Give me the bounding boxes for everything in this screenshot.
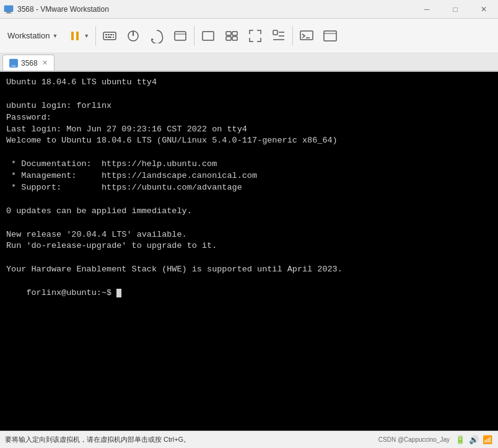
pause-button[interactable]: ▼ [64,26,93,46]
titlebar: 3568 - VMware Workstation ─ □ ✕ [0,0,498,19]
svg-rect-0 [4,6,13,12]
statusbar-icons: 🔋 🔊 📶 [455,434,493,446]
svg-rect-8 [110,34,112,35]
quick-switch-icon [224,29,239,43]
term-line-9: * Management: https://landscape.canonica… [6,170,492,182]
window-controls: ─ □ ✕ [413,0,498,19]
tab-close-icon[interactable]: ✕ [42,59,48,67]
console-icon [299,29,314,43]
pause-icon [68,29,82,43]
sound-icon: 🔊 [468,434,479,446]
svg-rect-19 [232,32,237,35]
svg-rect-12 [113,37,114,38]
term-prompt: forlinx@ubuntu:~$ [26,288,116,297]
terminal-area[interactable]: Ubuntu 18.04.6 LTS ubuntu tty4 ubuntu lo… [0,72,498,431]
svg-rect-33 [12,65,15,66]
keyboard-icon [102,29,117,43]
network-icon: 📶 [482,434,493,446]
svg-rect-7 [108,34,110,35]
vm-tab-icon [9,59,18,68]
svg-rect-1 [7,12,11,13]
svg-rect-20 [226,37,231,40]
separator-3 [292,26,293,46]
window-title: 3568 - VMware Workstation [17,5,413,14]
battery-icon: 🔋 [455,434,466,446]
app-icon [4,4,14,14]
svg-rect-3 [71,32,74,40]
term-line-13 [6,217,492,229]
tab-bar: 3568 ✕ [0,53,498,72]
term-line-1: Ubuntu 18.04.6 LTS ubuntu tty4 [6,77,492,89]
stretched-icon [323,29,338,43]
workstation-dropdown-icon: ▼ [52,33,58,39]
svg-rect-18 [226,32,231,35]
term-line-15: Run 'do-release-upgrade' to upgrade to i… [6,240,492,252]
statusbar-watermark: CSDN @Cappuccino_Jay [378,436,450,443]
svg-rect-21 [232,37,237,40]
term-line-3: ubuntu login: forlinx [6,100,492,112]
term-line-11 [6,194,492,206]
stretched-view-button[interactable] [319,24,341,48]
svg-rect-4 [76,32,79,40]
separator-2 [194,26,194,46]
full-screen-button[interactable] [244,24,266,48]
svg-rect-34 [11,66,16,66]
svg-rect-17 [203,32,214,40]
suspend-button[interactable] [146,24,168,48]
term-cursor [116,289,121,297]
minimize-button[interactable]: ─ [413,0,441,19]
term-line-4: Password: [6,112,492,124]
normal-view-button[interactable] [197,24,219,48]
term-line-2 [6,89,492,100]
svg-rect-6 [105,34,107,35]
close-button[interactable]: ✕ [470,0,498,19]
normal-view-icon [201,29,216,43]
svg-rect-26 [300,31,313,40]
svg-rect-15 [175,32,186,40]
svg-rect-10 [108,37,111,38]
statusbar-hint: 要将输入定向到该虚拟机，请在虚拟机内部单击或按 Ctrl+G。 [5,435,190,444]
term-line-10: * Support: https://ubuntu.com/advantage [6,182,492,194]
full-screen-icon [248,29,263,43]
term-line-14: New release '20.04.4 LTS' available. [6,229,492,241]
svg-rect-22 [273,30,277,35]
send-ctrl-alt-del-button[interactable] [98,24,121,48]
svg-rect-30 [324,31,336,41]
power-on-icon [126,29,141,43]
svg-rect-11 [113,34,114,35]
vm-tab[interactable]: 3568 ✕ [2,55,55,71]
workstation-label: Workstation [7,31,50,40]
term-prompt-line: forlinx@ubuntu:~$ [6,276,492,311]
console-view-button[interactable] [295,24,318,48]
shutdown-button[interactable] [169,24,191,48]
shutdown-icon [173,29,188,43]
workstation-menu-button[interactable]: Workstation ▼ [2,29,63,43]
term-line-8: * Documentation: https://help.ubuntu.com [6,159,492,170]
separator-1 [95,26,96,46]
svg-rect-32 [11,60,17,65]
statusbar: 要将输入定向到该虚拟机，请在虚拟机内部单击或按 Ctrl+G。 CSDN @Ca… [0,431,498,448]
statusbar-right: CSDN @Cappuccino_Jay 🔋 🔊 📶 [378,434,493,446]
power-on-button[interactable] [122,24,144,48]
vm-tab-label: 3568 [21,59,38,68]
term-line-5: Last login: Mon Jun 27 09:23:16 CST 2022… [6,124,492,136]
pause-dropdown-icon: ▼ [84,33,89,39]
term-line-16 [6,252,492,264]
maximize-button[interactable]: □ [441,0,470,19]
unity-button[interactable] [268,24,290,48]
svg-rect-2 [6,13,12,14]
svg-rect-9 [105,37,107,38]
toolbar: Workstation ▼ ▼ [0,19,498,53]
term-line-6: Welcome to Ubuntu 18.04.6 LTS (GNU/Linux… [6,135,492,147]
term-line-7 [6,147,492,159]
term-line-12: 0 updates can be applied immediately. [6,206,492,217]
quick-switch-button[interactable] [221,24,243,48]
unity-icon [271,29,286,43]
svg-rect-5 [103,32,116,40]
suspend-icon [149,29,164,43]
term-line-17: Your Hardware Enablement Stack (HWE) is … [6,264,492,276]
